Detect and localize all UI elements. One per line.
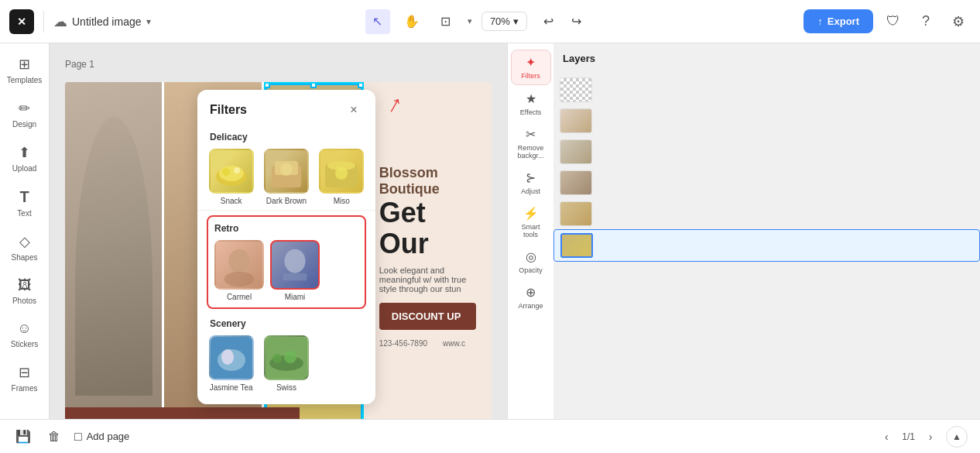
delete-button[interactable]: 🗑 [43, 426, 65, 448]
filter-swiss-thumb [264, 335, 309, 380]
svg-point-20 [284, 351, 296, 363]
sidebar-item-templates[interactable]: ⊞ Templates [3, 50, 46, 91]
filter-swiss[interactable]: Swiss [262, 335, 310, 392]
canvas-url: www.c [443, 339, 465, 348]
next-page-button[interactable]: › [921, 427, 940, 446]
sidebar-item-photos[interactable]: 🖼 Photos [3, 271, 46, 311]
select-tool-button[interactable]: ↖ [365, 9, 390, 34]
add-page-label: Add page [87, 431, 130, 442]
divider-1 [43, 11, 44, 33]
sidebar-item-text[interactable]: T Text [3, 182, 46, 224]
zoom-control[interactable]: 70% ▾ [481, 12, 527, 31]
filter-jasmine-tea-name: Jasmine Tea [210, 383, 253, 392]
filter-snack[interactable]: Snack [207, 149, 255, 205]
topbar-center-tools: ↖ ✋ ⊡ ▾ 70% ▾ ↩ ↪ [157, 9, 798, 34]
filter-miso[interactable]: Miso [317, 149, 366, 205]
export-button[interactable]: ↑ Export [804, 9, 873, 33]
filter-dark-brown-thumb [264, 149, 309, 194]
filter-snack-name: Snack [221, 197, 242, 205]
canvas-phone: 123-456-7890 [379, 339, 427, 348]
layer-item-4[interactable] [553, 167, 980, 198]
sidebar-item-stickers[interactable]: ☺ Stickers [3, 314, 46, 355]
add-page-button[interactable]: □ Add page [74, 430, 129, 444]
design-icon: ✏ [19, 100, 30, 117]
filter-dark-brown[interactable]: Dark Brown [262, 149, 310, 205]
retro-section: Retro Carmel Miami [207, 215, 366, 309]
adjust-icon: ⊱ [526, 170, 536, 185]
canvas-area[interactable]: Page 1 ⊡ ⊞ ⊟ ••• [50, 43, 507, 419]
add-page-icon: □ [74, 430, 82, 444]
effects-icon: ★ [526, 91, 536, 106]
layer-thumb-5 [560, 201, 592, 226]
svg-point-12 [284, 249, 305, 273]
layers-panel-title: Layers [553, 43, 980, 71]
filters-right-label: Filters [521, 72, 540, 80]
filter-miami-name: Miami [285, 293, 306, 301]
svg-point-11 [224, 272, 255, 287]
right-tool-smart[interactable]: ⚡ Smart tools [511, 201, 551, 243]
title-chevron-icon: ▾ [146, 16, 151, 27]
layers-list [553, 71, 980, 419]
right-tool-opacity[interactable]: ◎ Opacity [511, 245, 551, 279]
layers-panel: Layers [553, 43, 980, 419]
svg-point-16 [221, 349, 234, 365]
sidebar-item-frames[interactable]: ⊟ Frames [3, 358, 46, 399]
prev-page-button[interactable]: ‹ [877, 427, 896, 446]
sidebar-item-design[interactable]: ✏ Design [3, 94, 46, 135]
sidebar-item-shapes[interactable]: ◇ Shapes [3, 227, 46, 268]
hand-tool-button[interactable]: ✋ [399, 9, 424, 34]
right-tool-filters[interactable]: ✦ Filters [511, 50, 551, 85]
layer-item-1[interactable] [553, 74, 980, 105]
filter-carmel-thumb [214, 240, 264, 290]
svg-point-2 [222, 168, 230, 176]
layer-item-5[interactable] [553, 198, 980, 229]
delicacy-section-label: Delicacy [197, 127, 375, 149]
page-indicator: 1/1 [902, 431, 915, 442]
right-tool-adjust[interactable]: ⊱ Adjust [511, 166, 551, 200]
upload-label: Upload [12, 164, 37, 173]
remove-bg-label: Remove backgr... [514, 144, 548, 160]
opacity-icon: ◎ [526, 249, 536, 264]
shield-button[interactable]: 🛡 [881, 9, 906, 34]
templates-icon: ⊞ [19, 56, 30, 73]
sidebar-item-upload[interactable]: ⬆ Upload [3, 138, 46, 179]
opacity-label: Opacity [519, 266, 543, 274]
file-title-area[interactable]: ☁ Untitled image ▾ [53, 13, 151, 30]
layer-item-2[interactable] [553, 105, 980, 136]
topbar: ✕ ☁ Untitled image ▾ ↖ ✋ ⊡ ▾ 70% ▾ ↩ ↪ ↑… [0, 0, 980, 43]
svg-rect-13 [283, 273, 307, 281]
filter-jasmine-tea[interactable]: Jasmine Tea [207, 335, 255, 392]
svg-point-3 [234, 167, 240, 173]
expand-button[interactable]: ▲ [946, 426, 968, 448]
filters-close-button[interactable]: × [344, 101, 363, 119]
text-icon: T [19, 188, 29, 206]
right-tool-effects[interactable]: ★ Effects [511, 87, 551, 121]
templates-label: Templates [7, 76, 43, 84]
svg-point-10 [228, 249, 249, 273]
layer-item-6-selected[interactable] [553, 229, 980, 262]
right-tool-remove-bg[interactable]: ✂ Remove backgr... [511, 122, 551, 164]
filter-miami[interactable]: Miami [270, 240, 320, 301]
right-tool-arrange[interactable]: ⊕ Arrange [511, 280, 551, 314]
filters-panel-header: Filters × [197, 90, 375, 127]
layer-thumb-6 [560, 233, 593, 258]
layer-item-3[interactable] [553, 136, 980, 167]
undo-button[interactable]: ↩ [536, 9, 561, 34]
image-slot-1[interactable] [65, 82, 164, 419]
frame-tool-button[interactable]: ⊡ [433, 9, 458, 34]
save-button[interactable]: 💾 [12, 426, 34, 448]
filter-miso-name: Miso [334, 197, 350, 205]
divider-delicacy-retro [197, 210, 375, 211]
logo-button[interactable]: ✕ [9, 9, 34, 34]
export-icon: ↑ [817, 15, 823, 27]
redo-button[interactable]: ↪ [564, 9, 589, 34]
filter-carmel[interactable]: Carmel [214, 240, 264, 301]
filter-snack-thumb [209, 149, 254, 194]
main-layout: ⊞ Templates ✏ Design ⬆ Upload T Text ◇ S… [0, 43, 980, 419]
delicacy-grid: Snack Dark Brown Miso [197, 149, 375, 205]
settings-button[interactable]: ⚙ [946, 9, 971, 34]
page-label: Page 1 [65, 59, 94, 70]
help-button[interactable]: ? [913, 9, 938, 34]
canvas-text-area: Blossom Boutique Get Our Look elegant an… [364, 82, 492, 419]
photos-label: Photos [12, 297, 36, 305]
